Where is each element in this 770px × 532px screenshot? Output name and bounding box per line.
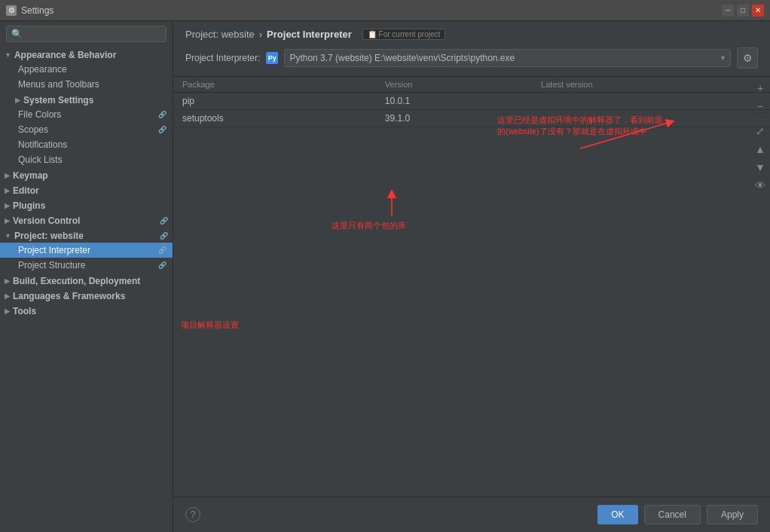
sidebar-item-file-colors[interactable]: File Colors 🔗 xyxy=(0,107,173,122)
expand-button[interactable]: ⤢ xyxy=(752,123,768,139)
bottom-left: ? xyxy=(185,507,200,522)
package-latest xyxy=(532,110,770,127)
sidebar-item-label: File Colors xyxy=(18,109,61,120)
col-version: Version xyxy=(376,77,532,93)
sidebar-group-appearance-behavior[interactable]: ▼ Appearance & Behavior xyxy=(0,47,173,62)
interpreter-row: Project Interpreter: Py Python 3.7 (webs… xyxy=(185,44,758,72)
package-name: setuptools xyxy=(173,110,376,127)
sidebar-group-languages-frameworks[interactable]: ▶ Languages & Frameworks xyxy=(0,288,173,303)
sidebar-item-label: Scopes xyxy=(18,124,48,135)
search-icon: 🔍 xyxy=(11,29,23,39)
package-latest xyxy=(532,93,770,110)
sidebar-item-label: Build, Execution, Deployment xyxy=(13,276,140,286)
collapse-icon: ▶ xyxy=(5,217,10,225)
sidebar-item-label: Project Interpreter xyxy=(18,245,90,255)
sidebar-group-editor[interactable]: ▶ Editor xyxy=(0,182,173,197)
sidebar-group-keymap[interactable]: ▶ Keymap xyxy=(0,167,173,182)
search-input[interactable] xyxy=(26,29,161,39)
title-bar-left: ⚙ Settings xyxy=(6,5,53,16)
sidebar-group-plugins[interactable]: ▶ Plugins xyxy=(0,197,173,212)
sidebar-item-label: Plugins xyxy=(13,200,45,211)
maximize-button[interactable]: □ xyxy=(737,5,749,17)
sidebar-item-label: Languages & Frameworks xyxy=(13,291,125,301)
sidebar-item-label: Project: website xyxy=(14,231,84,241)
collapse-icon: ▼ xyxy=(5,232,11,240)
breadcrumb: Project: website › Project Interpreter 📋… xyxy=(185,29,758,40)
sidebar-item-notifications[interactable]: Notifications xyxy=(0,137,173,152)
close-button[interactable]: ✕ xyxy=(752,5,764,17)
sidebar-group-project-website[interactable]: ▼ Project: website 🔗 xyxy=(0,228,173,243)
interpreter-label: Project Interpreter: xyxy=(185,53,260,63)
collapse-icon: ▶ xyxy=(5,292,10,300)
sidebar-item-label: Quick Lists xyxy=(18,154,63,165)
help-button[interactable]: ? xyxy=(185,507,200,522)
link-icon: 🔗 xyxy=(160,232,168,240)
scroll-down-button[interactable]: ▼ xyxy=(752,159,768,176)
content-body: Package Version Latest version pip 10.0.… xyxy=(173,77,770,497)
sidebar-group-version-control[interactable]: ▶ Version Control 🔗 xyxy=(0,212,173,228)
sidebar-item-label: Project Structure xyxy=(18,260,85,271)
interpreter-select-wrapper[interactable]: Python 3.7 (website) E:\website\venv\Scr… xyxy=(284,49,731,67)
package-version: 39.1.0 xyxy=(376,110,532,127)
add-package-button[interactable]: + xyxy=(752,80,768,96)
breadcrumb-current: Project Interpreter xyxy=(267,29,352,40)
link-icon: 🔗 xyxy=(158,126,167,133)
sidebar-item-label: Notifications xyxy=(18,139,67,150)
collapse-icon: ▶ xyxy=(5,202,10,209)
sidebar-item-quick-lists[interactable]: Quick Lists xyxy=(0,152,173,167)
settings-icon: ⚙ xyxy=(6,5,17,16)
interpreter-select[interactable]: Python 3.7 (website) E:\website\venv\Scr… xyxy=(284,49,731,67)
ok-button[interactable]: OK xyxy=(597,505,637,524)
sidebar-item-label: System Settings xyxy=(23,95,93,105)
sidebar-item-project-interpreter[interactable]: Project Interpreter 🔗 xyxy=(0,243,173,258)
sidebar-group-label: Appearance & Behavior xyxy=(14,50,116,60)
collapse-icon: ▶ xyxy=(5,277,10,285)
sidebar-group-system-settings[interactable]: ▶ System Settings xyxy=(0,92,173,107)
sidebar-group-build-execution[interactable]: ▶ Build, Execution, Deployment xyxy=(0,273,173,288)
link-icon: 🔗 xyxy=(158,246,167,254)
collapse-icon: ▶ xyxy=(15,96,20,104)
packages-table-container: Package Version Latest version pip 10.0.… xyxy=(173,77,770,497)
sidebar-item-label: Editor xyxy=(13,185,39,196)
sidebar-item-label: Version Control xyxy=(13,216,80,226)
collapse-icon: ▼ xyxy=(5,51,11,59)
packages-table: Package Version Latest version pip 10.0.… xyxy=(173,77,770,127)
sidebar-item-scopes[interactable]: Scopes 🔗 xyxy=(0,122,173,137)
remove-package-button[interactable]: − xyxy=(752,98,768,115)
sidebar-item-menus-toolbars[interactable]: Menus and Toolbars xyxy=(0,77,173,92)
content-header: Project: website › Project Interpreter 📋… xyxy=(173,21,770,77)
gear-button[interactable]: ⚙ xyxy=(737,47,758,69)
cancel-button[interactable]: Cancel xyxy=(644,505,701,524)
python-icon: Py xyxy=(266,52,278,64)
col-latest: Latest version xyxy=(532,77,770,93)
package-name: pip xyxy=(173,93,376,110)
link-icon: 🔗 xyxy=(158,261,167,269)
table-row: setuptools 39.1.0 xyxy=(173,110,770,127)
col-package: Package xyxy=(173,77,376,93)
search-box[interactable]: 🔍 xyxy=(6,26,167,42)
sidebar: 🔍 ▼ Appearance & Behavior Appearance Men… xyxy=(0,21,173,532)
sidebar-item-appearance[interactable]: Appearance xyxy=(0,62,173,77)
content-area: Project: website › Project Interpreter 📋… xyxy=(173,21,770,532)
apply-button[interactable]: Apply xyxy=(707,505,758,524)
collapse-icon: ▶ xyxy=(5,187,10,194)
package-version: 10.0.1 xyxy=(376,93,532,110)
breadcrumb-separator: › xyxy=(259,29,262,40)
window-controls[interactable]: ─ □ ✕ xyxy=(722,5,764,17)
window-title: Settings xyxy=(21,5,53,16)
sidebar-item-label: Menus and Toolbars xyxy=(18,79,99,90)
eye-button[interactable]: 👁 xyxy=(752,177,768,194)
bottom-right: OK Cancel Apply xyxy=(597,505,758,524)
breadcrumb-parent: Project: website xyxy=(185,29,255,40)
sidebar-group-tools[interactable]: ▶ Tools xyxy=(0,303,173,318)
table-side-buttons: + − ⤢ ▲ ▼ 👁 xyxy=(750,77,770,197)
scroll-up-button[interactable]: ▲ xyxy=(752,141,768,157)
minimize-button[interactable]: ─ xyxy=(722,5,734,17)
link-icon: 🔗 xyxy=(160,217,168,225)
breadcrumb-badge: 📋 For current project xyxy=(362,29,445,40)
sidebar-item-label: Keymap xyxy=(13,170,48,181)
sidebar-item-project-structure[interactable]: Project Structure 🔗 xyxy=(0,258,173,273)
sidebar-item-label: Appearance xyxy=(18,64,67,75)
sidebar-item-label: Tools xyxy=(13,306,36,316)
main-container: 🔍 ▼ Appearance & Behavior Appearance Men… xyxy=(0,21,770,532)
